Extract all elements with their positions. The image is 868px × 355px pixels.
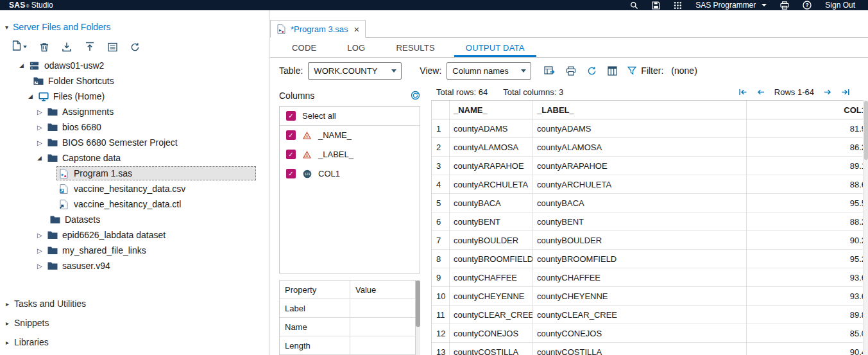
column-header-col1[interactable]: COL1 (747, 101, 868, 119)
refresh-columns-icon[interactable] (411, 91, 420, 100)
column-header-label[interactable]: _LABEL_ (533, 101, 747, 119)
table-row[interactable]: 3countyARAPAHOEcountyARAPAHOE89.1 (432, 157, 868, 175)
tree-item-my-shared-file-links[interactable]: ▷my_shared_file_links (0, 243, 269, 258)
last-page-icon[interactable] (841, 88, 850, 96)
column-header-name[interactable]: _NAME_ (450, 101, 533, 119)
print-icon[interactable] (780, 1, 789, 10)
open-table-icon[interactable] (544, 66, 555, 76)
total-columns-label: Total columns: 3 (503, 87, 563, 97)
columns-panel: Columns ✓ Select all ✓A_NAME_✓A_LABEL_✓1… (270, 83, 431, 355)
save-icon[interactable] (652, 1, 660, 10)
view-select[interactable]: Column names (447, 62, 531, 80)
collapse-caret-icon[interactable]: ◢ (37, 155, 45, 161)
first-page-icon[interactable] (738, 88, 747, 96)
role-menu[interactable]: SAS Programmer (695, 1, 767, 10)
filter-funnel-icon[interactable] (627, 66, 636, 75)
tree-item-bios-6680[interactable]: ▷bios 6680 (0, 119, 269, 135)
expand-caret-icon[interactable]: ▷ (37, 263, 45, 270)
folder-icon (49, 215, 60, 224)
tree-item-program-1-sas[interactable]: Program 1.sas (0, 166, 269, 181)
table-row[interactable]: 13countyCOSTILLAcountyCOSTILLA90.4 (432, 343, 868, 355)
table-row[interactable]: 10countyCHEYENNEcountyCHEYENNE93.6 (432, 287, 868, 306)
sidebar-section-server-files[interactable]: ▾ Server Files and Folders (0, 18, 269, 36)
properties-button[interactable] (108, 42, 117, 52)
download-button[interactable] (62, 42, 72, 52)
column-list-item-name[interactable]: ✓A_NAME_ (280, 126, 420, 145)
brand-registered-mark: ® (26, 4, 30, 8)
apps-grid-icon[interactable] (674, 1, 682, 10)
table-row[interactable]: 9countyCHAFFEEcountyCHAFFEE93.6 (432, 268, 868, 287)
next-page-icon[interactable] (823, 88, 832, 96)
scrollbar-thumb[interactable] (864, 101, 868, 160)
section-collapsed-caret-icon[interactable]: ▸ (6, 320, 9, 327)
goto-column-icon[interactable] (608, 66, 617, 76)
tree-item-sasuser-v94[interactable]: ▷sasuser.v94 (0, 258, 269, 273)
view-tab-code[interactable]: CODE (277, 38, 332, 57)
sidebar-section-libraries[interactable]: ▸Libraries (0, 333, 269, 352)
sidebar-section-snippets[interactable]: ▸Snippets (0, 313, 269, 333)
table-row[interactable]: 8countyBROOMFIELDcountyBROOMFIELD95.2 (432, 250, 868, 268)
select-all-row[interactable]: ✓ Select all (280, 107, 420, 126)
expand-caret-icon[interactable]: ▷ (37, 232, 45, 239)
table-row[interactable]: 12countyCONEJOScountyCONEJOS85.0 (432, 324, 868, 343)
properties-scrollbar[interactable] (416, 280, 420, 355)
tree-item-files-home[interactable]: ◢Files (Home) (0, 89, 269, 104)
table-row[interactable]: 6countyBENTcountyBENT88.2 (432, 212, 868, 231)
checkbox-checked-icon[interactable]: ✓ (286, 130, 296, 140)
collapse-caret-icon[interactable]: ◢ (28, 93, 36, 100)
checkbox-checked-icon[interactable]: ✓ (286, 169, 296, 178)
cell-row-number: 8 (432, 250, 450, 268)
tree-item-label: Datasets (65, 214, 100, 225)
cell-name: countyADAMS (450, 119, 533, 137)
section-expanded-caret-icon[interactable]: ▾ (5, 24, 8, 31)
help-icon[interactable]: ? (803, 1, 812, 10)
table-row[interactable]: 4countyARCHULETAcountyARCHULETA88.6 (432, 175, 868, 194)
previous-page-icon[interactable] (756, 88, 765, 96)
tree-item-capstone-data[interactable]: ◢Capstone data (0, 150, 269, 166)
tree-item-vaccine-hesitancy-data-csv[interactable]: vaccine_hesitancy_data.csv (0, 181, 269, 196)
cell-label: countyCOSTILLA (533, 343, 747, 355)
table-row[interactable]: 1countyADAMScountyADAMS81.9 (432, 119, 868, 138)
grid-scrollbar[interactable] (863, 100, 868, 355)
scrollbar-thumb[interactable] (416, 281, 420, 327)
table-row[interactable]: 2countyALAMOSAcountyALAMOSA86.2 (432, 138, 868, 157)
expand-caret-icon[interactable]: ▷ (37, 108, 45, 116)
refresh-button[interactable] (130, 42, 140, 52)
tree-item-odaws01-usw2[interactable]: ◢odaws01-usw2 (0, 58, 269, 73)
table-row[interactable]: 5countyBACAcountyBACA95.5 (432, 194, 868, 212)
view-tab-output-data[interactable]: OUTPUT DATA (450, 38, 540, 57)
sign-out-link[interactable]: Sign Out (825, 1, 855, 10)
upload-button[interactable] (85, 42, 95, 52)
cell-label: countyCHAFFEE (533, 268, 747, 286)
search-icon[interactable] (630, 1, 638, 10)
table-row[interactable]: 7countyBOULDERcountyBOULDER90.2 (432, 231, 868, 250)
expand-caret-icon[interactable]: ▷ (37, 139, 45, 146)
tree-item-assignments[interactable]: ▷Assignments (0, 104, 269, 119)
section-collapsed-caret-icon[interactable]: ▸ (6, 300, 9, 307)
view-tab-results[interactable]: RESULTS (380, 38, 450, 57)
checkbox-checked-icon[interactable]: ✓ (286, 150, 296, 159)
column-list-item-label[interactable]: ✓A_LABEL_ (280, 145, 420, 164)
expand-caret-icon[interactable]: ▷ (37, 247, 45, 254)
view-tab-log[interactable]: LOG (332, 38, 380, 57)
select-all-checkbox[interactable]: ✓ (286, 111, 296, 121)
delete-button[interactable] (40, 42, 49, 52)
document-tab-program3[interactable]: *Program 3.sas × (270, 20, 366, 38)
tree-item-vaccine-hesitancy-data-ctl[interactable]: vaccine_hesitancy_data.ctl (0, 196, 269, 212)
close-tab-icon[interactable]: × (354, 24, 360, 34)
table-select[interactable]: WORK.COUNTY (308, 62, 402, 80)
collapse-caret-icon[interactable]: ◢ (19, 62, 27, 69)
tree-item-epid6626-labdata-dataset[interactable]: ▷epid6626_labdata dataset (0, 227, 269, 243)
print-table-icon[interactable] (566, 66, 576, 76)
table-row[interactable]: 11countyCLEAR_CREEcountyCLEAR_CREE89.8 (432, 306, 868, 324)
new-file-button[interactable] (12, 40, 27, 53)
sidebar-section-tasks-and-utilities[interactable]: ▸Tasks and Utilities (0, 294, 269, 313)
filter-label: Filter: (641, 65, 663, 76)
expand-caret-icon[interactable]: ▷ (37, 124, 45, 131)
tree-item-datasets[interactable]: Datasets (0, 212, 269, 227)
tree-item-bios-6680-semester-project[interactable]: ▷BIOS 6680 Semester Project (0, 135, 269, 150)
refresh-table-icon[interactable] (587, 66, 597, 76)
tree-item-folder-shortcuts[interactable]: Folder Shortcuts (0, 73, 269, 89)
section-collapsed-caret-icon[interactable]: ▸ (6, 339, 9, 346)
column-list-item-col1[interactable]: ✓123COL1 (280, 164, 420, 184)
